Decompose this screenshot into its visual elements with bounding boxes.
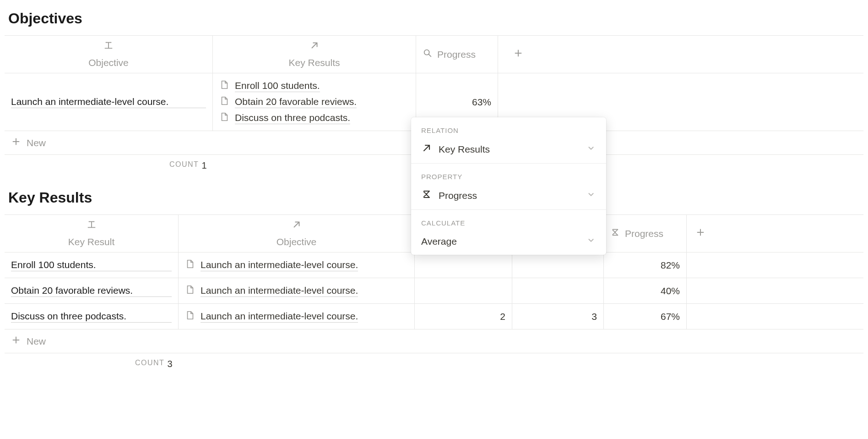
column-header-objective[interactable]: Objective	[179, 215, 415, 252]
relation-item-label: Launch an intermediate-level course.	[201, 311, 358, 323]
sigma-icon	[421, 189, 432, 202]
empty-cell	[687, 278, 714, 303]
rollup-property-icon	[423, 48, 433, 60]
objective-title-cell[interactable]: Launch an intermediate-level course.	[5, 73, 213, 131]
key-result-title-text: Obtain 20 favorable reviews.	[11, 285, 172, 297]
objective-title-text: Launch an intermediate-level course.	[11, 96, 206, 108]
page-icon	[219, 112, 229, 124]
table-row[interactable]: Discuss on three podcasts. Launch an int…	[5, 304, 863, 329]
progress-value: 82%	[661, 260, 680, 271]
rollup-config-popover: RELATION Key Results PROPERTY Progress C…	[411, 117, 606, 255]
column-header-objective[interactable]: Objective	[5, 36, 213, 73]
objective-relation-cell[interactable]: Launch an intermediate-level course.	[179, 252, 415, 278]
number-cell[interactable]	[415, 278, 512, 303]
page-icon	[185, 310, 195, 323]
relation-item[interactable]: Enroll 100 students.	[219, 78, 409, 94]
progress-value: 67%	[661, 311, 680, 322]
title-property-icon	[87, 220, 97, 232]
formula-property-icon	[610, 227, 620, 240]
popover-calculate-select[interactable]: Average	[411, 230, 606, 255]
empty-cell	[687, 252, 714, 278]
relation-property-icon	[292, 220, 302, 232]
title-property-icon	[103, 40, 114, 53]
new-row-label: New	[27, 137, 46, 148]
column-header-progress[interactable]: Progress	[604, 215, 687, 252]
page-icon	[185, 259, 195, 271]
relation-item[interactable]: Launch an intermediate-level course.	[185, 257, 408, 273]
key-result-title-cell[interactable]: Discuss on three podcasts.	[5, 304, 179, 329]
plus-icon	[11, 137, 21, 149]
count-aggregation[interactable]: COUNT 3	[5, 353, 863, 375]
count-label: COUNT	[169, 160, 199, 171]
column-header-objective-label: Objective	[277, 236, 317, 247]
relation-item[interactable]: Discuss on three podcasts.	[219, 110, 409, 126]
relation-item[interactable]: Launch an intermediate-level course.	[185, 308, 408, 324]
arrow-up-right-icon	[421, 143, 432, 156]
key-results-cell[interactable]: Enroll 100 students. Obtain 20 favorable…	[213, 73, 416, 131]
column-header-progress-label: Progress	[437, 49, 476, 60]
relation-item[interactable]: Launch an intermediate-level course.	[185, 283, 408, 299]
relation-item-label: Obtain 20 favorable reviews.	[235, 96, 357, 108]
count-value: 3	[167, 359, 172, 369]
objectives-table: Objective Key Results Progress Launch an…	[5, 35, 863, 131]
plus-icon	[513, 48, 523, 60]
progress-cell[interactable]: 67%	[604, 304, 687, 329]
relation-item-label: Discuss on three podcasts.	[235, 112, 350, 124]
key-result-title-text: Enroll 100 students.	[11, 259, 172, 271]
objectives-header-row: Objective Key Results Progress	[5, 36, 863, 73]
progress-cell[interactable]: 40%	[604, 278, 687, 303]
column-header-key-result[interactable]: Key Result	[5, 215, 179, 252]
relation-item-label: Launch an intermediate-level course.	[201, 259, 358, 271]
number-value: 3	[591, 311, 597, 322]
plus-icon	[695, 227, 705, 240]
key-result-title-cell[interactable]: Enroll 100 students.	[5, 252, 179, 278]
column-header-progress-label: Progress	[625, 228, 663, 239]
count-value: 1	[201, 160, 206, 171]
add-column-button[interactable]	[498, 36, 538, 73]
number-cell[interactable]	[512, 278, 604, 303]
popover-relation-value: Key Results	[439, 144, 490, 155]
new-row-label: New	[27, 336, 46, 347]
new-row-button[interactable]: New	[5, 329, 863, 353]
column-header-progress[interactable]: Progress	[416, 36, 498, 73]
number-value: 2	[500, 311, 505, 322]
column-header-key-result-label: Key Result	[68, 236, 115, 247]
key-result-title-text: Discuss on three podcasts.	[11, 311, 172, 323]
table-row[interactable]: Obtain 20 favorable reviews. Launch an i…	[5, 278, 863, 304]
key-result-title-cell[interactable]: Obtain 20 favorable reviews.	[5, 278, 179, 303]
progress-value: 63%	[472, 97, 491, 108]
add-column-button[interactable]	[687, 215, 714, 252]
popover-property-value: Progress	[439, 190, 477, 201]
progress-value: 40%	[661, 285, 680, 296]
popover-property-select[interactable]: Progress	[411, 183, 606, 209]
relation-item-label: Enroll 100 students.	[235, 80, 320, 92]
table-row[interactable]: Enroll 100 students. Launch an intermedi…	[5, 252, 863, 278]
chevron-down-icon	[586, 143, 596, 155]
page-icon	[219, 80, 229, 92]
column-header-key-results-label: Key Results	[288, 57, 340, 68]
column-header-objective-label: Objective	[88, 57, 129, 68]
objective-relation-cell[interactable]: Launch an intermediate-level course.	[179, 304, 415, 329]
chevron-down-icon	[586, 235, 596, 247]
popover-relation-select[interactable]: Key Results	[411, 137, 606, 163]
objectives-title: Objectives	[8, 10, 863, 27]
number-cell[interactable]: 2	[415, 304, 512, 329]
plus-icon	[11, 335, 21, 347]
number-cell[interactable]	[415, 252, 512, 278]
popover-property-label: PROPERTY	[411, 164, 606, 183]
chevron-down-icon	[586, 189, 596, 202]
number-cell[interactable]: 3	[512, 304, 604, 329]
popover-relation-label: RELATION	[411, 117, 606, 137]
page-icon	[219, 96, 229, 108]
column-header-key-results[interactable]: Key Results	[213, 36, 416, 73]
empty-cell	[687, 304, 714, 329]
relation-item-label: Launch an intermediate-level course.	[201, 285, 358, 297]
number-cell[interactable]	[512, 252, 604, 278]
relation-property-icon	[309, 40, 320, 53]
page-icon	[185, 285, 195, 297]
count-label: COUNT	[135, 359, 164, 369]
popover-calculate-label: CALCULATE	[411, 210, 606, 230]
objective-relation-cell[interactable]: Launch an intermediate-level course.	[179, 278, 415, 303]
relation-item[interactable]: Obtain 20 favorable reviews.	[219, 94, 409, 110]
progress-cell[interactable]: 82%	[604, 252, 687, 278]
